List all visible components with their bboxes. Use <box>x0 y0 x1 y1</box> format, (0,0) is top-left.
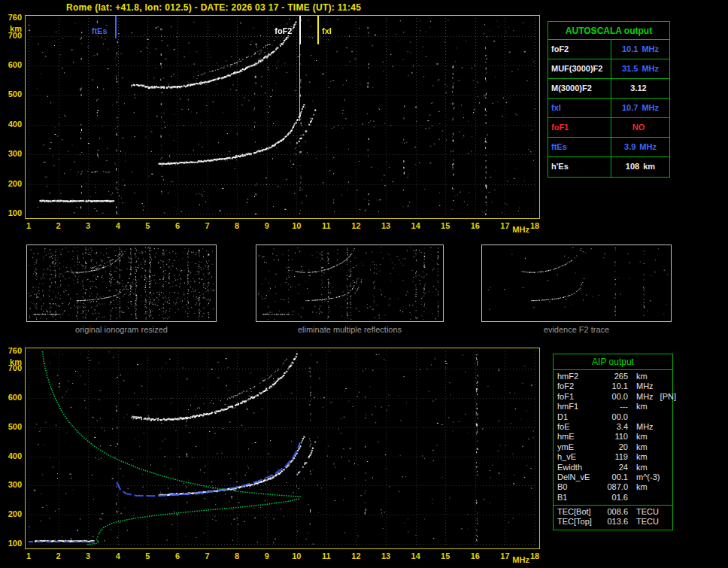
aip-row-value: 10.1 <box>601 381 629 391</box>
x-axis-tick-bottom: 10 <box>292 552 301 560</box>
x-axis-tick-top: 3 <box>86 222 90 230</box>
aip-row-label: TEC[Top] <box>557 517 601 527</box>
y-axis-tick-bottom: 100 <box>2 539 22 548</box>
x-axis-tick-top: 7 <box>205 222 209 230</box>
autoscala-row: ftEs3.9MHz <box>548 138 669 157</box>
x-axis-tick-bottom: 8 <box>235 552 239 560</box>
y-axis-tick-bottom: 760 <box>2 347 22 355</box>
autoscala-row-value: NO <box>611 118 669 137</box>
x-axis-tick-top: 2 <box>56 222 61 230</box>
x-axis-tick-bottom: 6 <box>175 552 180 560</box>
aip-row-unit: m^(-3) <box>636 472 660 481</box>
aip-row-suffix: [PN] <box>660 392 676 401</box>
value-unit: km <box>643 157 655 177</box>
aip-row: Ewidth24km <box>554 463 672 472</box>
aip-row-value: 265 <box>601 372 629 381</box>
aip-row-units: m^(-3) <box>629 472 672 482</box>
aip-row-units: TECU <box>629 507 672 517</box>
x-axis-tick-top: 9 <box>265 222 269 230</box>
autoscala-row-value: 3.9MHz <box>611 138 669 156</box>
autoscala-row: MUF(3000)F231.5MHz <box>548 59 669 79</box>
aip-row-units: km <box>629 402 672 412</box>
x-axis-tick-top: 15 <box>441 222 450 230</box>
aip-row: D100.0 <box>554 412 672 422</box>
x-axis-tick-bottom: 17 <box>500 552 509 560</box>
x-axis-tick-bottom: 16 <box>471 552 480 560</box>
y-axis-tick-top: 600 <box>2 61 22 69</box>
freq-unit-label-top: MHz <box>512 226 529 234</box>
aip-row-value: 01.6 <box>601 493 629 503</box>
aip-row-value: 00.0 <box>601 412 629 422</box>
aip-row-units <box>629 412 672 422</box>
aip-row: DelN_vE00.1m^(-3) <box>554 472 672 482</box>
thumbnail-eliminate-reflections <box>256 245 444 322</box>
x-axis-tick-top: 6 <box>175 222 180 230</box>
aip-row-label: B0 <box>557 482 601 492</box>
y-axis-tick-top: 500 <box>2 90 22 99</box>
autoscala-row: foF210.1MHz <box>548 40 669 59</box>
x-axis-tick-top: 18 <box>530 222 539 230</box>
value-text: 108 <box>626 157 639 177</box>
aip-row: hmF2265km <box>554 372 672 381</box>
y-axis-tick-bottom: 200 <box>2 510 22 518</box>
aip-row-unit: TECU <box>636 517 659 526</box>
autoscala-row-value: 31.5MHz <box>611 59 669 78</box>
aip-row-label: foF1 <box>557 392 601 402</box>
value-unit: MHz <box>642 40 659 59</box>
freq-unit-label-bottom: MHz <box>512 556 529 564</box>
autoscala-table-rows: foF210.1MHzMUF(3000)F231.5MHzM(3000)F23.… <box>548 40 669 177</box>
aip-row-value: 24 <box>601 463 629 472</box>
aip-row-unit: km <box>636 482 648 491</box>
thumbnail-caption-1: eliminate multiple reflections <box>236 325 463 334</box>
x-axis-tick-bottom: 15 <box>441 552 450 560</box>
aip-row-value: 087.0 <box>601 482 629 492</box>
y-axis-tick-top: 200 <box>2 180 22 188</box>
top-ionogram-plot <box>25 15 540 219</box>
marker-label-ftEs: ftEs <box>91 27 108 35</box>
value-text: 3.12 <box>630 79 646 98</box>
x-axis-tick-bottom: 11 <box>322 552 331 560</box>
value-text: 10.7 <box>622 99 638 117</box>
x-axis-tick-bottom: 18 <box>530 552 539 560</box>
aip-row: TEC[Top]013.6TECU <box>554 517 672 527</box>
marker-label-fxI: fxI <box>321 27 332 35</box>
aip-row: ymE20km <box>554 442 672 452</box>
autoscala-row-value: 10.1MHz <box>611 40 669 59</box>
bottom-ionogram-profile-plot <box>25 348 540 549</box>
x-axis-tick-bottom: 3 <box>86 552 90 560</box>
aip-row: hmE110km <box>554 432 672 442</box>
aip-row-units: MHz <box>629 381 672 391</box>
x-axis-tick-top: 14 <box>411 222 420 230</box>
aip-row: hmF1---km <box>554 402 672 412</box>
aip-row-unit: MHz <box>636 381 654 390</box>
aip-row-value: 119 <box>601 452 629 462</box>
x-axis-tick-top: 1 <box>26 222 31 230</box>
aip-row: TEC[Bot]008.6TECU <box>554 507 672 517</box>
autoscala-row-value: 3.12 <box>611 79 669 98</box>
aip-row-unit: km <box>636 402 648 411</box>
x-axis-tick-top: 16 <box>471 222 480 230</box>
aip-row-label: D1 <box>557 412 601 422</box>
x-axis-tick-bottom: 5 <box>145 552 150 560</box>
x-axis-tick-top: 11 <box>322 222 331 230</box>
x-axis-tick-top: 4 <box>116 222 120 230</box>
y-axis-tick-top: 300 <box>2 150 22 158</box>
aip-row-units: km <box>629 452 672 462</box>
x-axis-tick-top: 5 <box>145 222 150 230</box>
autoscala-row-label: h'Es <box>548 157 611 177</box>
autoscala-output-table: AUTOSCALA output foF210.1MHzMUF(3000)F23… <box>548 21 670 178</box>
aip-row: foE3.4MHz <box>554 422 672 432</box>
aip-row-value: 008.6 <box>601 507 629 517</box>
thumbnail-original-ionogram <box>26 245 217 322</box>
value-text: NO <box>632 118 645 137</box>
autoscala-row-value: 108km <box>611 157 669 177</box>
aip-row-label: TEC[Bot] <box>557 507 601 517</box>
x-axis-tick-bottom: 7 <box>205 552 209 560</box>
autoscala-row-label: foF1 <box>548 118 611 137</box>
y-axis-tick-bottom: 400 <box>2 452 22 460</box>
aip-row-units: km <box>629 442 672 452</box>
aip-table-footer: TEC[Bot]008.6TECUTEC[Top]013.6TECU <box>554 505 672 527</box>
x-axis-tick-top: 13 <box>381 222 390 230</box>
y-axis-tick-bottom: 600 <box>2 393 22 402</box>
aip-row-unit: km <box>636 463 648 472</box>
